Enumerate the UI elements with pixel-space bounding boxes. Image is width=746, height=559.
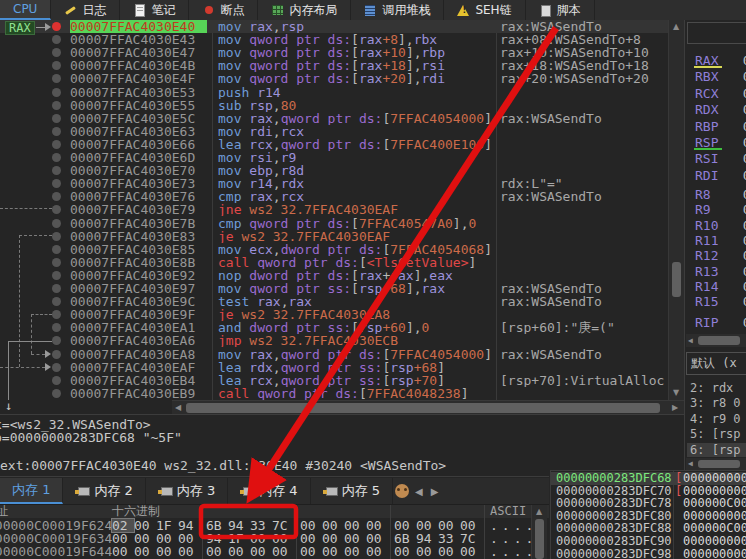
disasm-row[interactable]: 00007FFAC4030EA6jmp ws2_32.7FFAC4030ECB [0, 334, 668, 347]
scroll-thumb[interactable] [698, 336, 740, 345]
register-row-rdi[interactable]: RDI 0 [695, 169, 746, 182]
tab-日志[interactable]: 日志 [51, 0, 120, 20]
breakpoint-slot-icon[interactable] [52, 61, 61, 70]
breakpoint-slot-icon[interactable] [52, 153, 61, 162]
breakpoint-slot-icon[interactable] [52, 140, 61, 149]
hex-byte[interactable]: 00 [178, 545, 200, 558]
breakpoint-slot-icon[interactable] [52, 245, 61, 254]
disassembly-panel[interactable]: 00007FFAC4030E40mov rax,rsprax:WSASendTo… [0, 20, 684, 414]
watch-dog-icon[interactable] [395, 484, 409, 498]
stack-row[interactable]: 00000000283DFC78000000C00 [551, 497, 746, 510]
hex-byte[interactable]: 00 [272, 545, 294, 558]
tab-内存 2[interactable]: 内存 2 [63, 478, 145, 504]
tab-脚本[interactable]: 脚本 [526, 0, 595, 20]
breakpoint-slot-icon[interactable] [52, 297, 61, 306]
breakpoint-slot-icon[interactable] [52, 179, 61, 188]
breakpoint-slot-icon[interactable] [52, 35, 61, 44]
breakpoint-slot-icon[interactable] [52, 48, 61, 57]
disasm-row[interactable]: 00007FFAC4030E85mov ecx,dword ptr ds:[7F… [0, 243, 668, 256]
register-row-rip[interactable]: RIP 0 [695, 316, 746, 329]
disasm-row[interactable]: 00007FFAC4030E63mov rdi,rcx [0, 125, 668, 138]
stack-row[interactable]: 00000000283DFC90000000000 [551, 535, 746, 548]
tab-SEH链[interactable]: SEH链 [444, 0, 525, 20]
register-row-r14[interactable]: R14 0 [695, 280, 746, 293]
register-row-r11[interactable]: R11 0 [695, 234, 746, 247]
hex-byte[interactable]: 00 [112, 545, 134, 558]
breakpoint-slot-icon[interactable] [52, 114, 61, 123]
hex-byte[interactable]: 00 [438, 545, 460, 558]
disasm-row[interactable]: 00007FFAC4030E79jne ws2_32.7FFAC4030EAF [0, 203, 668, 216]
disasm-row[interactable]: 00007FFAC4030E4Fmov qword ptr ds:[rax+20… [0, 72, 668, 85]
arg-row[interactable]: 2: rdx [687, 381, 746, 395]
register-row-rbx[interactable]: RBX 0 [695, 70, 746, 83]
scroll-thumb[interactable] [186, 403, 660, 413]
register-row-r8[interactable]: R8 0 [695, 188, 746, 201]
register-row-rdx[interactable]: RDX 0 [695, 103, 746, 116]
scroll-up-icon[interactable]: ▲ [536, 508, 542, 516]
registers-hscrollbar[interactable]: ◀ [686, 334, 746, 347]
hex-byte[interactable]: 00 [394, 545, 416, 558]
register-row-rsi[interactable]: RSI 0 [695, 152, 746, 165]
hex-byte[interactable]: 00 [250, 545, 272, 558]
breakpoint-slot-icon[interactable] [52, 258, 61, 267]
disasm-row[interactable]: 00007FFAC4030EAFlea rdx,qword ptr ss:[rs… [0, 361, 668, 374]
hex-byte[interactable]: 00 [366, 545, 388, 558]
scroll-left-icon[interactable]: ◀ [688, 460, 693, 468]
hex-byte[interactable]: 00 [134, 545, 156, 558]
register-row-rcx[interactable]: RCX 0 [695, 87, 746, 100]
scroll-thumb[interactable] [535, 519, 544, 559]
tab-调用堆栈[interactable]: 调用堆栈 [351, 0, 444, 20]
disasm-row[interactable]: 00007FFAC4030EB4lea rcx,qword ptr ss:[rs… [0, 374, 668, 387]
disasm-hscrollbar[interactable]: ◀ ▶ [172, 400, 684, 415]
disasm-row[interactable]: 00007FFAC4030EA8mov rax,qword ptr ds:[7F… [0, 348, 668, 361]
hex-byte[interactable]: 00 [344, 545, 366, 558]
disasm-row[interactable]: 00007FFAC4030E5Cmov rax,qword ptr ds:[7F… [0, 112, 668, 125]
hex-byte[interactable]: 00 [206, 545, 228, 558]
disasm-row[interactable]: 00007FFAC4030E8Bcall qword ptr ds:[<TlsG… [0, 256, 668, 269]
hex-byte[interactable]: 00 [300, 545, 322, 558]
tab-断点[interactable]: 断点 [189, 0, 258, 20]
breakpoint-slot-icon[interactable] [52, 88, 61, 97]
breakpoint-slot-icon[interactable] [52, 336, 61, 345]
disasm-row[interactable]: 00007FFAC4030EB9call qword ptr ds:[7FFAC… [0, 387, 668, 400]
scroll-left-icon[interactable]: ◀ [688, 337, 693, 345]
breakpoint-icon[interactable] [52, 22, 61, 31]
fpu-toggle-area[interactable] [687, 22, 746, 44]
breakpoint-slot-icon[interactable] [52, 363, 61, 372]
scroll-right-icon[interactable]: ▶ [672, 404, 678, 412]
hex-byte[interactable]: 00 [416, 545, 438, 558]
tab-内存 4[interactable]: 内存 4 [228, 478, 310, 504]
memory-dump-panel[interactable]: 内存 1内存 2内存 3内存 4内存 5◀▶ 地址 十六进制 ASCII 000… [0, 476, 549, 559]
hex-byte[interactable]: 00 [322, 545, 344, 558]
breakpoint-slot-icon[interactable] [52, 74, 61, 83]
tab-笔记[interactable]: 笔记 [120, 0, 189, 20]
scroll-left-icon[interactable]: ◀ [175, 404, 181, 412]
register-row-r12[interactable]: R12 0 [695, 249, 746, 262]
breakpoint-slot-icon[interactable] [52, 127, 61, 136]
disasm-row[interactable]: 00007FFAC4030E83je ws2_32.7FFAC4030EAF [0, 230, 668, 243]
register-row-rbp[interactable]: RBP 0 [695, 120, 746, 133]
breakpoint-slot-icon[interactable] [52, 284, 61, 293]
register-row-r9[interactable]: R9 0 [695, 203, 746, 216]
hex-byte[interactable]: 00 [228, 545, 250, 558]
breakpoint-slot-icon[interactable] [52, 350, 61, 359]
arg-row[interactable]: 3: r8 0 [687, 396, 746, 410]
breakpoint-slot-icon[interactable] [52, 101, 61, 110]
tab-scroll-right-icon[interactable]: ▶ [427, 486, 443, 497]
breakpoint-slot-icon[interactable] [52, 192, 61, 201]
registers-panel[interactable]: RAX 0RBX 0RCX 0RDX 0RBP 0RSP 0RSI 0RDI 0… [685, 20, 746, 470]
register-row-r13[interactable]: R13 0 [695, 265, 746, 278]
breakpoint-slot-icon[interactable] [52, 205, 61, 214]
args-hscrollbar[interactable]: ◀ [686, 458, 746, 470]
register-row-r15[interactable]: R15 0 [695, 295, 746, 308]
breakpoint-slot-icon[interactable] [52, 271, 61, 280]
breakpoint-slot-icon[interactable] [52, 389, 61, 398]
calling-convention-selector[interactable]: 默认 (x [686, 352, 746, 375]
scroll-down-icon[interactable]: ▼ [673, 389, 679, 397]
breakpoint-slot-icon[interactable] [52, 219, 61, 228]
dump-vscrollbar[interactable]: ▲ [531, 505, 547, 559]
arg-row[interactable]: 4: r9 0 [687, 412, 746, 426]
arg-row[interactable]: 5: [rsp [687, 427, 746, 441]
breakpoint-slot-icon[interactable] [52, 376, 61, 385]
stack-panel[interactable]: 00000000283DFC68[00000000000000000283DFC… [550, 470, 746, 559]
